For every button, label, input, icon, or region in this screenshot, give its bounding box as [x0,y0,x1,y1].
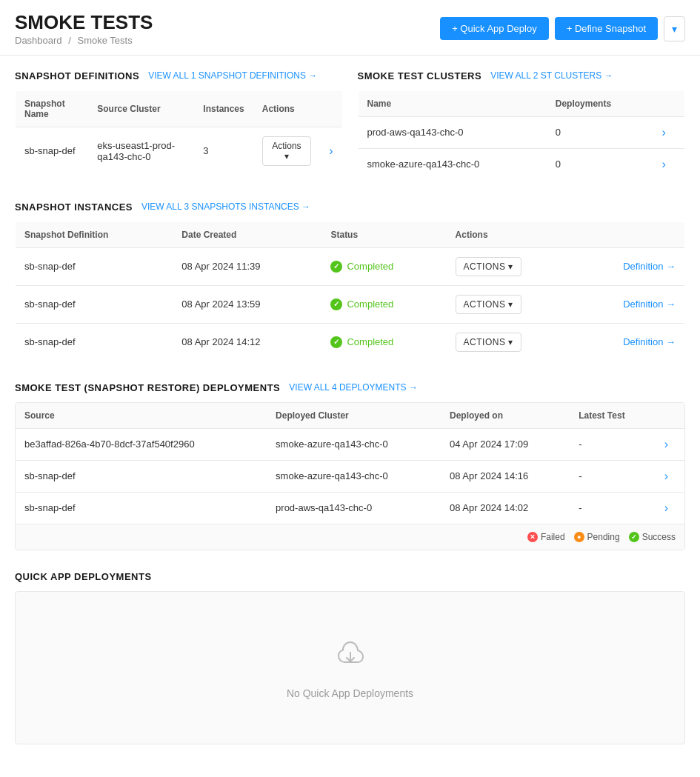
deployments-table-wrapper: Source Deployed Cluster Deployed on Late… [15,402,685,550]
col-source: Source [16,403,267,429]
quick-app-deployments-empty: No Quick App Deployments [15,591,685,744]
table-row: sb-snap-def 08 Apr 2024 11:39 Completed … [16,247,685,285]
completed-status-icon [330,261,342,273]
pending-label: Pending [587,532,620,542]
col-snapshot-name: Snapshot Name [16,90,89,127]
empty-cloud-icon [30,636,670,678]
cluster-detail: › [653,148,684,180]
definition-link[interactable]: Definition → [623,261,676,272]
view-all-snapshot-definitions-link[interactable]: VIEW ALL 1 SNAPSHOT DEFINITIONS → [148,70,317,81]
col-latest-test: Latest Test [570,403,656,429]
col-deployed-on: Deployed on [441,403,570,429]
snapshot-instances-header: SNAPSHOT INSTANCES VIEW ALL 3 SNAPSHOTS … [15,201,685,213]
table-row: sb-snap-def 08 Apr 2024 14:12 Completed … [16,323,685,361]
instance-status: Completed [321,247,446,285]
chevron-right-icon[interactable]: › [661,126,665,139]
actions-button[interactable]: Actions ▾ [262,136,311,166]
col-cluster-detail [653,90,684,116]
snapshot-def-source: eks-useast1-prod-qa143-chc-0 [88,127,194,175]
instance-actions-button[interactable]: ACTIONS ▾ [456,257,521,276]
cluster-deployments: 0 [547,148,653,180]
col-date-created: Date Created [173,221,321,247]
smoke-test-clusters-header: SMOKE TEST CLUSTERS VIEW ALL 2 ST CLUSTE… [358,70,686,81]
quick-app-deploy-button[interactable]: + Quick App Deploy [440,17,549,40]
instance-actions-button[interactable]: ACTIONS ▾ [456,333,521,352]
chevron-right-icon[interactable]: › [329,144,333,158]
success-icon: ✓ [629,532,639,542]
deploy-cluster: smoke-azure-qa143-chc-0 [267,428,441,460]
instance-definition: sb-snap-def [16,285,173,323]
completed-status-icon [330,299,342,310]
definition-link[interactable]: Definition → [623,336,676,347]
smoke-test-clusters-section: SMOKE TEST CLUSTERS VIEW ALL 2 ST CLUSTE… [358,70,686,181]
top-two-col: SNAPSHOT DEFINITIONS VIEW ALL 1 SNAPSHOT… [15,70,685,181]
instance-date-created: 08 Apr 2024 11:39 [173,247,321,285]
deployments-title: SMOKE TEST (SNAPSHOT RESTORE) DEPLOYMENT… [15,382,280,393]
chevron-right-icon[interactable]: › [664,501,668,515]
deploy-detail: › [656,428,684,460]
completed-status-text: Completed [347,261,393,272]
snapshot-instances-section: SNAPSHOT INSTANCES VIEW ALL 3 SNAPSHOTS … [15,201,685,361]
table-row: prod-aws-qa143-chc-0 0 › [358,116,685,148]
deployments-header: SMOKE TEST (SNAPSHOT RESTORE) DEPLOYMENT… [15,382,685,393]
legend-pending: ● Pending [574,532,620,542]
define-snapshot-button[interactable]: + Define Snapshot [555,17,658,40]
chevron-right-icon[interactable]: › [664,438,668,451]
main-content: SNAPSHOT DEFINITIONS VIEW ALL 1 SNAPSHOT… [0,56,700,777]
view-all-clusters-link[interactable]: VIEW ALL 2 ST CLUSTERS → [490,70,613,81]
clusters-table: Name Deployments prod-aws-qa143-chc-0 0 … [358,90,686,181]
chevron-right-icon[interactable]: › [664,470,668,483]
instance-status: Completed [321,323,446,361]
quick-app-deployments-header: QUICK APP DEPLOYMENTS [15,571,685,582]
deploy-detail: › [656,492,684,524]
instance-definition: sb-snap-def [16,247,173,285]
instance-actions: ACTIONS ▾ [447,285,576,323]
deploy-detail: › [656,460,684,492]
snapshot-instances-title: SNAPSHOT INSTANCES [15,201,133,213]
breadcrumb-home[interactable]: Dashboard [15,35,62,46]
breadcrumb: Dashboard / Smoke Tests [15,35,153,46]
snapshot-definitions-section: SNAPSHOT DEFINITIONS VIEW ALL 1 SNAPSHOT… [15,70,343,181]
col-snapshot-definition: Snapshot Definition [16,221,173,247]
deployments-table: Source Deployed Cluster Deployed on Late… [16,403,684,524]
deploy-source: sb-snap-def [16,460,267,492]
cluster-deployments: 0 [547,116,653,148]
deployments-section: SMOKE TEST (SNAPSHOT RESTORE) DEPLOYMENT… [15,382,685,550]
header: SMOKE TESTS Dashboard / Smoke Tests + Qu… [0,0,700,56]
cluster-detail: › [653,116,684,148]
smoke-test-clusters-title: SMOKE TEST CLUSTERS [358,70,482,81]
deploy-date: 08 Apr 2024 14:02 [441,492,570,524]
instance-definition-link-cell: Definition → [576,247,684,285]
snapshot-def-detail: › [320,127,342,175]
col-actions: Actions [253,90,320,127]
instance-date-created: 08 Apr 2024 13:59 [173,285,321,323]
cluster-name: prod-aws-qa143-chc-0 [358,116,547,148]
quick-app-deployments-empty-text: No Quick App Deployments [30,687,670,699]
instance-date-created: 08 Apr 2024 14:12 [173,323,321,361]
failed-icon: ✕ [527,532,538,542]
table-row: be3affad-826a-4b70-8dcf-37af540f2960 smo… [16,428,684,460]
deploy-latest-test: - [570,428,656,460]
snapshot-definitions-header: SNAPSHOT DEFINITIONS VIEW ALL 1 SNAPSHOT… [15,70,343,81]
chevron-right-icon[interactable]: › [661,158,665,171]
instance-definition-link-cell: Definition → [576,323,684,361]
definition-link[interactable]: Definition → [623,299,676,310]
deploy-latest-test: - [570,460,656,492]
table-row: sb-snap-def eks-useast1-prod-qa143-chc-0… [16,127,343,175]
instance-actions: ACTIONS ▾ [447,323,576,361]
snapshot-def-actions: Actions ▾ [253,127,320,175]
snapshot-definitions-title: SNAPSHOT DEFINITIONS [15,70,139,81]
col-detail [320,90,342,127]
header-actions: + Quick App Deploy + Define Snapshot ▾ [440,16,685,41]
view-all-deployments-link[interactable]: VIEW ALL 4 DEPLOYMENTS → [289,382,418,393]
more-options-button[interactable]: ▾ [664,16,685,41]
deploy-source: sb-snap-def [16,492,267,524]
deploy-date: 08 Apr 2024 14:16 [441,460,570,492]
table-row: sb-snap-def prod-aws-qa143-chc-0 08 Apr … [16,492,684,524]
header-left: SMOKE TESTS Dashboard / Smoke Tests [15,12,153,46]
breadcrumb-separator: / [68,35,71,46]
deploy-source: be3affad-826a-4b70-8dcf-37af540f2960 [16,428,267,460]
instance-actions-button[interactable]: ACTIONS ▾ [456,295,521,314]
instance-definition-link-cell: Definition → [576,285,684,323]
view-all-instances-link[interactable]: VIEW ALL 3 SNAPSHOTS INSTANCES → [141,201,310,212]
